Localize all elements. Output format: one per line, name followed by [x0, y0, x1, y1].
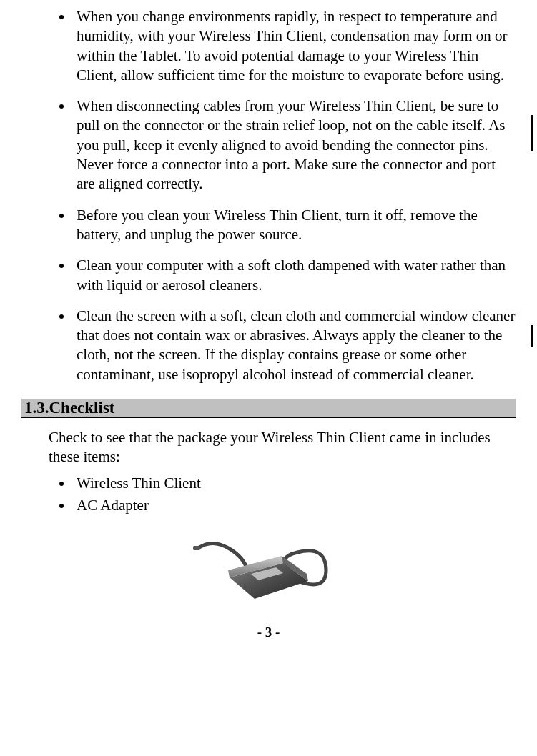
list-item: When you change environments rapidly, in…: [73, 7, 516, 85]
checklist-items: Wireless Thin Client AC Adapter: [21, 474, 516, 514]
list-item-text: Clean the screen with a soft, clean clot…: [77, 307, 515, 383]
svg-rect-4: [193, 546, 200, 550]
list-item-text: When you change environments rapidly, in…: [77, 8, 507, 84]
list-item: Clean your computer with a soft cloth da…: [73, 256, 516, 295]
list-item: AC Adapter: [73, 497, 516, 514]
list-item-text: Wireless Thin Client: [77, 474, 201, 492]
page-number: - 3 -: [21, 625, 516, 640]
list-item: Before you clean your Wireless Thin Clie…: [73, 206, 516, 245]
list-item-text: Clean your computer with a soft cloth da…: [77, 257, 506, 293]
ac-adapter-figure: [21, 527, 516, 617]
list-item: When disconnecting cables from your Wire…: [73, 96, 516, 194]
section-heading: 1.3.Checklist: [21, 399, 516, 418]
list-item-text: Before you clean your Wireless Thin Clie…: [77, 207, 478, 243]
section-intro-text: Check to see that the package your Wirel…: [49, 428, 516, 467]
revision-bar-icon: [531, 115, 533, 151]
revision-bar-icon: [531, 325, 533, 347]
list-item-text: When disconnecting cables from your Wire…: [77, 97, 506, 192]
list-item: Wireless Thin Client: [73, 474, 516, 492]
page-content: When you change environments rapidly, in…: [0, 0, 537, 655]
section-number: 1.3.: [24, 399, 49, 417]
section-title: Checklist: [49, 399, 115, 417]
list-item: Clean the screen with a soft, clean clot…: [73, 307, 516, 384]
top-bullet-list: When you change environments rapidly, in…: [21, 7, 516, 384]
ac-adapter-icon: [190, 527, 348, 613]
list-item-text: AC Adapter: [77, 497, 149, 514]
